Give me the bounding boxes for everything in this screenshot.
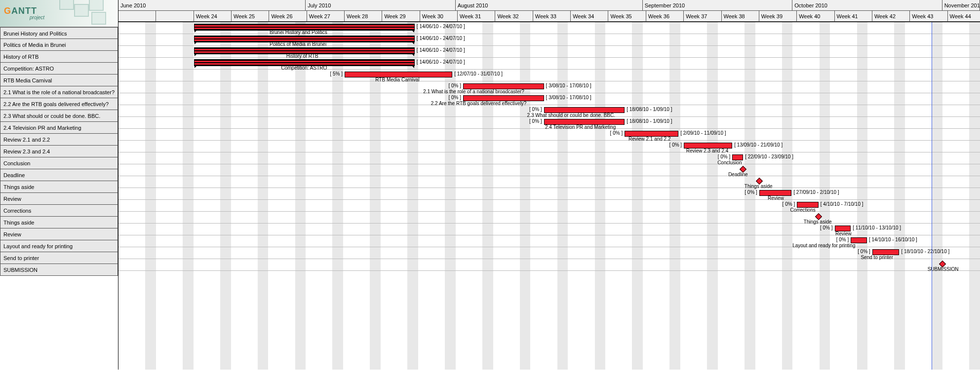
month-header: September 2010 xyxy=(643,0,792,10)
task-label[interactable]: 2.1 What is the role of a national broad… xyxy=(0,86,118,98)
task-row: [ 22/09/10 - 23/09/10 ][ 0% ]Conclusion xyxy=(118,152,980,164)
bar-dates-label: [ 14/10/10 - 16/10/10 ] xyxy=(869,237,917,242)
bar-pct-label: [ 0% ] xyxy=(604,130,623,136)
week-header: Week 31 xyxy=(458,11,495,21)
bar-name-label: SUBMISSION xyxy=(928,266,959,272)
task-label[interactable]: 2.3 What should or could be done. BBC. xyxy=(0,110,118,122)
task-label[interactable]: 2.4 Television PR and Marketing xyxy=(0,122,118,134)
bar-pct-label: [ 0% ] xyxy=(442,83,461,88)
task-label[interactable]: Review 2.1 and 2.2 xyxy=(0,134,118,146)
week-header: Week 40 xyxy=(797,11,834,21)
task-label[interactable]: Review xyxy=(0,193,118,205)
task-label[interactable]: Review xyxy=(0,228,118,240)
bar-pct-label: [ 0% ] xyxy=(739,189,757,195)
task-label[interactable]: Deadline xyxy=(0,169,118,181)
task-row: [ 11/10/10 - 13/10/10 ][ 0% ]Review xyxy=(118,224,980,235)
today-line xyxy=(932,22,932,370)
week-header: Week 27 xyxy=(307,11,345,21)
task-row: Things aside xyxy=(118,212,980,224)
bar-dates-label: [ 18/08/10 - 1/09/10 ] xyxy=(627,107,672,112)
task-row: [ 12/07/10 - 31/07/10 ][ 5% ]RTB Media C… xyxy=(118,70,980,81)
week-header: Week 33 xyxy=(533,11,571,21)
task-row: [ 14/10/10 - 16/10/10 ][ 0% ]Layout and … xyxy=(118,235,980,247)
bar-dates-label: [ 11/10/10 - 13/10/10 ] xyxy=(853,225,901,230)
app-root: GANTT project Brunei History and Politic… xyxy=(0,0,980,370)
month-header: June 2010 xyxy=(118,0,306,10)
week-header: Week 37 xyxy=(684,11,721,21)
logo-area: GANTT project xyxy=(0,0,118,27)
bar-pct-label: [ 0% ] xyxy=(663,142,682,148)
bar-dates-label: [ 14/06/10 - 24/07/10 ] xyxy=(417,24,465,29)
task-row: Deadline xyxy=(118,164,980,176)
task-list: Brunei History and PoliticsPolitics of M… xyxy=(0,27,118,276)
week-header: Week 26 xyxy=(269,11,307,21)
bar-pct-label: [ 5% ] xyxy=(324,71,343,76)
week-header xyxy=(156,11,194,21)
task-row: Things aside xyxy=(118,176,980,188)
week-header: Week 25 xyxy=(232,11,269,21)
task-row: [ 14/06/10 - 24/07/10 ]Competition: ASTR… xyxy=(118,58,980,70)
bar-dates-label: [ 12/07/10 - 31/07/10 ] xyxy=(454,71,503,76)
week-header: Week 24 xyxy=(194,11,232,21)
task-label[interactable]: Things aside xyxy=(0,217,118,228)
task-label[interactable]: Conclusion xyxy=(0,157,118,169)
week-header: Week 42 xyxy=(872,11,910,21)
bar-pct-label: [ 0% ] xyxy=(711,154,730,159)
week-header: Week 44 xyxy=(948,11,980,21)
bar-dates-label: [ 14/06/10 - 24/07/10 ] xyxy=(417,36,465,41)
task-label[interactable]: Politics of Media in Brunei xyxy=(0,39,118,51)
task-row: [ 3/08/10 - 17/08/10 ][ 0% ]2.2 Are the … xyxy=(118,93,980,105)
task-row: [ 18/08/10 - 1/09/10 ][ 0% ]2.4 Televisi… xyxy=(118,117,980,129)
week-header: Week 32 xyxy=(495,11,533,21)
task-label[interactable]: Review 2.3 and 2.4 xyxy=(0,146,118,157)
bar-dates-label: [ 14/06/10 - 24/07/10 ] xyxy=(417,59,465,65)
task-label[interactable]: Layout and ready for printing xyxy=(0,240,118,252)
month-row: June 2010July 2010August 2010September 2… xyxy=(118,0,980,11)
week-header: Week 29 xyxy=(382,11,420,21)
week-header: Week 39 xyxy=(759,11,797,21)
month-header: July 2010 xyxy=(306,0,455,10)
bar-dates-label: [ 22/09/10 - 23/09/10 ] xyxy=(745,154,793,159)
task-rows: [ 14/06/10 - 24/07/10 ]Brunei History an… xyxy=(118,22,980,271)
week-row: Week 24Week 25Week 26Week 27Week 28Week … xyxy=(118,11,980,22)
bar-dates-label: [ 18/08/10 - 1/09/10 ] xyxy=(627,118,672,124)
task-label[interactable]: Send to printer xyxy=(0,252,118,264)
chart-body[interactable]: [ 14/06/10 - 24/07/10 ]Brunei History an… xyxy=(118,22,980,370)
task-row: [ 3/08/10 - 17/08/10 ][ 0% ]2.1 What is … xyxy=(118,81,980,93)
left-column: GANTT project Brunei History and Politic… xyxy=(0,0,118,370)
task-label[interactable]: RTB Media Carnival xyxy=(0,75,118,86)
month-header: August 2010 xyxy=(456,0,643,10)
week-header: Week 41 xyxy=(835,11,872,21)
task-label[interactable]: Brunei History and Politics xyxy=(0,27,118,39)
week-header xyxy=(118,11,156,21)
bar-dates-label: [ 3/08/10 - 17/08/10 ] xyxy=(546,95,591,100)
task-label[interactable]: History of RTB xyxy=(0,51,118,63)
week-header: Week 36 xyxy=(646,11,684,21)
bar-dates-label: [ 4/10/10 - 7/10/10 ] xyxy=(821,201,863,207)
task-row: [ 14/06/10 - 24/07/10 ]Brunei History an… xyxy=(118,22,980,34)
week-header: Week 28 xyxy=(345,11,382,21)
task-row: [ 14/06/10 - 24/07/10 ]History of RTB xyxy=(118,46,980,58)
bar-pct-label: [ 0% ] xyxy=(814,225,833,230)
task-label[interactable]: SUBMISSION xyxy=(0,264,118,276)
month-header: October 2010 xyxy=(792,0,942,10)
week-header: Week 34 xyxy=(571,11,608,21)
task-row: [ 2/09/10 - 11/09/10 ][ 0% ]Review 2.1 a… xyxy=(118,129,980,141)
task-row: [ 4/10/10 - 7/10/10 ][ 0% ]Corrections xyxy=(118,200,980,212)
bar-pct-label: [ 0% ] xyxy=(776,201,795,207)
logo-rest: ANTT xyxy=(11,6,37,16)
task-row: [ 13/09/10 - 21/09/10 ][ 0% ]Review 2.3 … xyxy=(118,141,980,152)
bar-pct-label: [ 0% ] xyxy=(852,249,870,254)
month-header: November 2010 xyxy=(942,0,980,10)
logo-g: G xyxy=(4,6,11,16)
logo-subtitle: project xyxy=(30,15,44,20)
bar-dates-label: [ 18/10/10 - 22/10/10 ] xyxy=(901,249,949,254)
task-label[interactable]: Competition: ASTRO xyxy=(0,63,118,75)
bar-pct-label: [ 0% ] xyxy=(523,118,542,124)
right-column: June 2010July 2010August 2010September 2… xyxy=(118,0,980,370)
task-label[interactable]: Corrections xyxy=(0,205,118,217)
week-header: Week 30 xyxy=(420,11,458,21)
task-label[interactable]: 2.2 Are the RTB goals delivered effectiv… xyxy=(0,98,118,110)
week-header: Week 35 xyxy=(608,11,646,21)
task-label[interactable]: Things aside xyxy=(0,181,118,193)
